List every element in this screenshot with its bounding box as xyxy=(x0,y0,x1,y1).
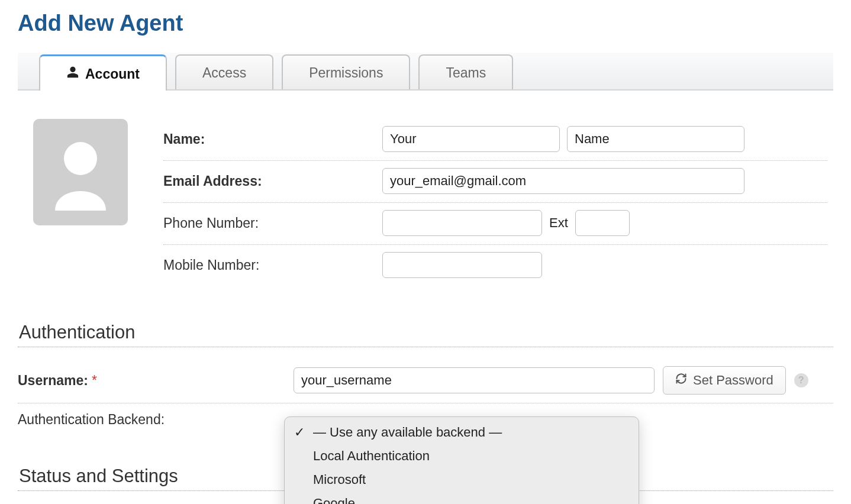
tab-label: Account xyxy=(85,66,140,82)
tab-access[interactable]: Access xyxy=(175,54,273,89)
tab-label: Access xyxy=(202,65,246,81)
tab-bar: Account Access Permissions Teams xyxy=(18,53,833,91)
backend-option-google[interactable]: Google xyxy=(285,492,639,505)
refresh-icon xyxy=(675,373,687,388)
set-password-label: Set Password xyxy=(693,373,773,388)
tab-label: Teams xyxy=(446,65,486,81)
tab-permissions[interactable]: Permissions xyxy=(282,54,410,89)
first-name-input[interactable] xyxy=(382,126,560,152)
set-password-button[interactable]: Set Password xyxy=(663,366,786,395)
backend-dropdown[interactable]: ✓ — Use any available backend — Local Au… xyxy=(284,416,639,505)
required-marker: * xyxy=(92,373,97,389)
tab-teams[interactable]: Teams xyxy=(418,54,513,89)
user-icon xyxy=(66,66,79,82)
email-input[interactable] xyxy=(382,168,744,194)
username-label: Username: * xyxy=(18,373,294,389)
section-divider xyxy=(18,347,833,347)
backend-option-local[interactable]: Local Authentication xyxy=(285,444,639,468)
tab-label: Permissions xyxy=(309,65,383,81)
email-label: Email Address: xyxy=(163,173,382,189)
page-title: Add New Agent xyxy=(18,11,833,36)
username-input[interactable] xyxy=(294,367,655,393)
check-icon: ✓ xyxy=(294,425,305,440)
phone-input[interactable] xyxy=(382,210,542,236)
tab-account[interactable]: Account xyxy=(39,54,167,91)
svg-point-0 xyxy=(64,142,97,175)
mobile-label: Mobile Number: xyxy=(163,257,382,273)
last-name-input[interactable] xyxy=(567,126,744,152)
authentication-section-title: Authentication xyxy=(19,322,833,343)
backend-option-any[interactable]: ✓ — Use any available backend — xyxy=(285,421,639,444)
phone-label: Phone Number: xyxy=(163,215,382,231)
name-label: Name: xyxy=(163,131,382,147)
help-icon[interactable]: ? xyxy=(794,373,808,387)
backend-label: Authentication Backend: xyxy=(18,412,294,428)
ext-label: Ext xyxy=(549,215,568,231)
ext-input[interactable] xyxy=(575,210,630,236)
mobile-input[interactable] xyxy=(382,252,542,278)
backend-option-microsoft[interactable]: Microsoft xyxy=(285,468,639,492)
avatar[interactable] xyxy=(33,119,128,225)
